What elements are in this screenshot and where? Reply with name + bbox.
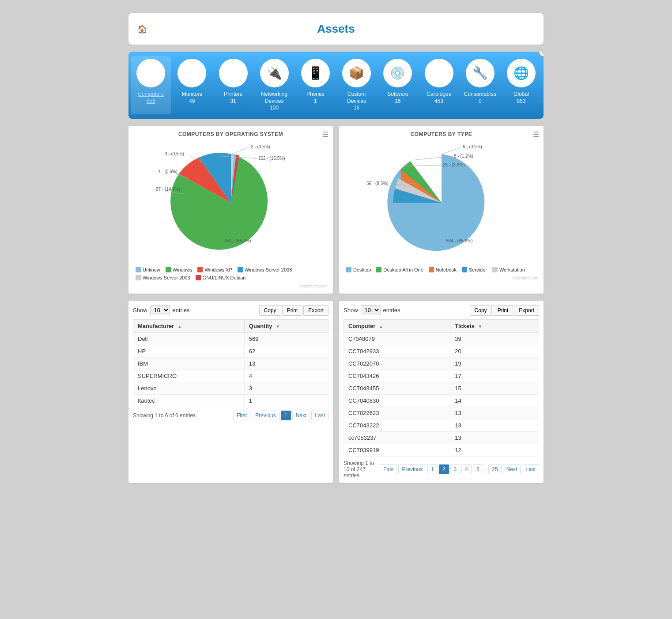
quantity-cell: 13 — [244, 357, 328, 370]
table-row: CC703991912 — [344, 444, 539, 456]
manufacturer-table-footer: Showing 1 to 6 of 6 entries First Previo… — [133, 411, 328, 420]
computer-cell: CC7039919 — [344, 444, 450, 456]
computer-table: Computer ▲ Tickets ▼ C704807939CC7042933… — [344, 319, 539, 457]
os-legend-item: Windows XP — [197, 267, 232, 272]
entries-select-manufacturer[interactable]: 10 25 50 — [150, 305, 170, 315]
category-img-global: 🌐 — [507, 59, 536, 87]
col-quantity[interactable]: Quantity ▼ — [244, 319, 328, 332]
category-item-computers[interactable]: 🖥 Computers556 — [131, 56, 171, 114]
category-item-custom[interactable]: 📦 Custom Devices16 — [336, 56, 377, 114]
copy-button-manufacturer[interactable]: Copy — [259, 305, 281, 316]
cp-3[interactable]: 3 — [450, 464, 461, 474]
type-chart-menu[interactable]: ☰ — [533, 130, 539, 139]
home-icon[interactable]: 🏠 — [137, 24, 147, 34]
copy-button-computer[interactable]: Copy — [470, 305, 492, 316]
first-page[interactable]: First — [233, 411, 250, 420]
category-item-monitors[interactable]: 🖥 Monitors49 — [172, 56, 212, 114]
os-chart-legend: UnknowWindowsWindows XPWindows Server 20… — [134, 264, 328, 283]
cp-first[interactable]: First — [380, 464, 397, 474]
entries-select-computer[interactable]: 10 25 50 — [361, 305, 381, 315]
print-button-manufacturer[interactable]: Print — [282, 305, 303, 316]
os-chart-area: 2 - (0.3%) 3 - (0.5%) 4 - (0.6%) 97 - (1… — [134, 141, 328, 264]
page-title: Assets — [142, 22, 530, 36]
type-pie-chart: 6 - (0.9%) 8 - (1.2%) 25 - (3.8%) 56 - (… — [366, 141, 517, 264]
table-row: CC704322213 — [344, 419, 539, 431]
svg-line-11 — [442, 147, 461, 154]
tickets-cell: 12 — [450, 444, 539, 456]
os-legend-item: Windows Server 2003 — [136, 275, 190, 280]
table-row: CC704293320 — [344, 345, 539, 357]
col-manufacturer[interactable]: Manufacturer ▲ — [133, 319, 245, 332]
category-item-networking[interactable]: 🔌 Networking Devices100 — [254, 56, 294, 114]
type-chart-area: 6 - (0.9%) 8 - (1.2%) 25 - (3.8%) 56 - (… — [344, 141, 538, 264]
manufacturer-showing: Showing 1 to 6 of 6 entries — [133, 412, 196, 419]
show-label-manufacturer: Show — [133, 307, 147, 313]
table-row: Dell569 — [133, 332, 328, 345]
show-entries-manufacturer: Show 10 25 50 entries — [133, 305, 190, 315]
category-img-computers: 🖥 — [136, 59, 165, 87]
table-row: cc705323713 — [344, 431, 539, 444]
tickets-cell: 19 — [450, 357, 539, 370]
tickets-cell: 13 — [450, 419, 539, 431]
computer-pagination: First Previous 1 2 3 4 5 .. 25 Next Last — [380, 464, 539, 474]
category-item-printers[interactable]: 🖨 Printers31 — [213, 56, 253, 114]
cp-last[interactable]: Last — [522, 464, 539, 474]
tickets-cell: 13 — [450, 431, 539, 444]
computer-cell: CC7040830 — [344, 394, 450, 407]
manufacturer-cell: IBM — [133, 357, 245, 370]
category-item-global[interactable]: 🌐 Global853 — [501, 56, 541, 114]
table-row: CC704345515 — [344, 382, 539, 394]
col-tickets[interactable]: Tickets ▼ — [450, 319, 539, 332]
table-row: CC704342617 — [344, 370, 539, 382]
export-button-manufacturer[interactable]: Export — [303, 305, 328, 316]
col-computer[interactable]: Computer ▲ — [344, 319, 450, 332]
tickets-cell: 20 — [450, 345, 539, 357]
cp-2[interactable]: 2 — [439, 464, 449, 474]
page-1[interactable]: 1 — [281, 411, 291, 420]
computer-cell: CC7042933 — [344, 345, 450, 357]
cp-ellipsis: .. — [484, 466, 487, 472]
categories-bar: 🖥 Computers556 🖥 Monitors49 🖨 Printers31… — [128, 52, 544, 119]
type-legend-item: Servidor — [462, 267, 487, 272]
category-label-global: Global853 — [513, 91, 529, 105]
svg-text:102 - (15.5%): 102 - (15.5%) — [258, 156, 285, 161]
type-legend-item: Notebook — [429, 267, 457, 272]
svg-text:564 - (85.6%): 564 - (85.6%) — [446, 238, 473, 243]
table-row: IBM13 — [133, 357, 328, 370]
cp-4[interactable]: 4 — [461, 464, 472, 474]
category-item-cartridges[interactable]: 🖨 Cartridges453 — [419, 56, 459, 114]
type-chart-card: COMPUTERS BY TYPE ☰ 6 - ( — [339, 126, 544, 294]
quantity-cell: 62 — [244, 345, 328, 357]
cp-5[interactable]: 5 — [473, 464, 483, 474]
last-page[interactable]: Last — [311, 411, 328, 420]
cp-prev[interactable]: Previous — [398, 464, 426, 474]
os-chart-menu[interactable]: ☰ — [322, 130, 328, 139]
category-item-software[interactable]: 💿 Software16 — [378, 56, 418, 114]
svg-text:451 - (68.4%): 451 - (68.4%) — [224, 238, 251, 243]
print-button-computer[interactable]: Print — [493, 305, 513, 316]
computer-cell: CC7043455 — [344, 382, 450, 394]
type-legend-item: Desktop All in One — [376, 267, 423, 272]
category-item-consumables[interactable]: 🔧 Consumables0 — [460, 56, 500, 114]
export-button-computer[interactable]: Export — [514, 305, 539, 316]
next-page[interactable]: Next — [292, 411, 310, 420]
category-label-custom: Custom Devices16 — [341, 91, 372, 112]
table-row: CC704083014 — [344, 394, 539, 407]
manufacturer-pagination: First Previous 1 Next Last — [233, 411, 328, 420]
manufacturer-table: Manufacturer ▲ Quantity ▼ Dell569HP62IBM… — [133, 319, 328, 407]
computer-btn-group: Copy Print Export — [470, 305, 539, 316]
cp-25[interactable]: 25 — [488, 464, 501, 474]
computer-cell: CC7043426 — [344, 370, 450, 382]
category-img-software: 💿 — [383, 59, 412, 87]
category-img-networking: 🔌 — [260, 59, 289, 87]
tickets-cell: 17 — [450, 370, 539, 382]
charts-row: COMPUTERS BY OPERATING SYSTEM ☰ — [128, 126, 544, 294]
table-row: CC702262313 — [344, 407, 539, 419]
show-label-computer: Show — [344, 307, 358, 313]
prev-page[interactable]: Previous — [252, 411, 279, 420]
category-label-networking: Networking Devices100 — [259, 91, 290, 112]
cp-next[interactable]: Next — [503, 464, 521, 474]
cp-1[interactable]: 1 — [427, 464, 438, 474]
tickets-cell: 13 — [450, 407, 539, 419]
category-item-phones[interactable]: 📱 Phones1 — [295, 56, 336, 114]
